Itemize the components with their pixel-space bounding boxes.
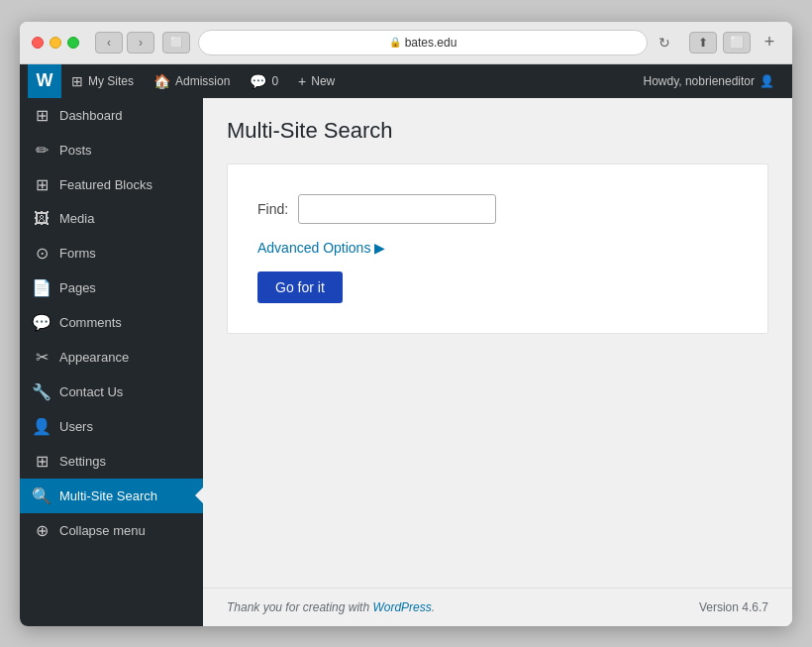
posts-icon: ✏ bbox=[32, 141, 51, 160]
pages-icon: 📄 bbox=[32, 278, 51, 297]
footer-period: . bbox=[432, 600, 435, 614]
page-title: Multi-Site Search bbox=[227, 118, 768, 144]
lock-icon: 🔒 bbox=[389, 37, 401, 48]
contact-icon: 🔧 bbox=[32, 382, 51, 401]
admin-bar-admission-label: Admission bbox=[175, 74, 230, 88]
share-button[interactable]: ⬆ bbox=[689, 32, 717, 54]
address-bar[interactable]: 🔒 bates.edu bbox=[198, 30, 648, 55]
sidebar-item-posts[interactable]: ✏ Posts bbox=[20, 133, 203, 167]
sidebar-item-featured-blocks[interactable]: ⊞ Featured Blocks bbox=[20, 167, 203, 202]
admin-bar-admission[interactable]: 🏠 Admission bbox=[144, 64, 240, 98]
forward-button[interactable]: › bbox=[127, 32, 154, 54]
wp-admin-bar: W ⊞ My Sites 🏠 Admission 💬 0 + New Howdy… bbox=[20, 64, 792, 98]
wp-logo-icon: W bbox=[37, 70, 53, 91]
admin-bar-my-sites[interactable]: ⊞ My Sites bbox=[61, 64, 144, 98]
sidebar-item-media[interactable]: 🖼 Media bbox=[20, 202, 203, 236]
sidebar-item-multi-site-search[interactable]: 🔍 Multi-Site Search bbox=[20, 479, 203, 513]
wp-logo-item[interactable]: W bbox=[28, 64, 61, 98]
browser-titlebar: ‹ › ⬜ 🔒 bates.edu ↻ ⬆ ⬜ + bbox=[20, 22, 792, 63]
admin-bar-comments-count: 0 bbox=[271, 74, 278, 88]
sidebar-label-forms: Forms bbox=[59, 246, 96, 261]
sidebar-item-settings[interactable]: ⊞ Settings bbox=[20, 444, 203, 479]
minimize-button[interactable] bbox=[50, 37, 61, 49]
sidebar-item-contact-us[interactable]: 🔧 Contact Us bbox=[20, 375, 203, 409]
sidebar-label-multi-site-search: Multi-Site Search bbox=[59, 488, 157, 503]
footer-thank-you-text: Thank you for creating with bbox=[227, 600, 369, 614]
new-tab-button[interactable]: + bbox=[759, 32, 780, 54]
sidebar-item-appearance[interactable]: ✂ Appearance bbox=[20, 340, 203, 375]
comments-icon: 💬 bbox=[32, 313, 51, 332]
collapse-icon: ⊕ bbox=[32, 521, 51, 540]
nav-buttons: ‹ › bbox=[95, 32, 154, 54]
sidebar-label-users: Users bbox=[59, 419, 93, 434]
appearance-icon: ✂ bbox=[32, 348, 51, 367]
advanced-options-arrow-icon: ▶ bbox=[374, 240, 385, 256]
wp-content: ⊞ Dashboard ✏ Posts ⊞ Featured Blocks 🖼 … bbox=[20, 98, 792, 626]
back-button[interactable]: ‹ bbox=[95, 32, 123, 54]
sidebar-item-pages[interactable]: 📄 Pages bbox=[20, 270, 203, 305]
browser-chrome: ‹ › ⬜ 🔒 bates.edu ↻ ⬆ ⬜ + bbox=[20, 22, 792, 64]
sidebar-item-comments[interactable]: 💬 Comments bbox=[20, 305, 203, 340]
users-icon: 👤 bbox=[32, 417, 51, 436]
find-input[interactable] bbox=[298, 194, 496, 224]
admin-bar-comments[interactable]: 💬 0 bbox=[240, 64, 288, 98]
sidebar-label-pages: Pages bbox=[59, 280, 96, 295]
settings-icon: ⊞ bbox=[32, 452, 51, 471]
sidebar-label-appearance: Appearance bbox=[59, 350, 129, 365]
find-label: Find: bbox=[257, 201, 288, 217]
admin-bar-new-label: New bbox=[311, 74, 335, 88]
admin-bar-my-sites-label: My Sites bbox=[88, 74, 134, 88]
browser-window: ‹ › ⬜ 🔒 bates.edu ↻ ⬆ ⬜ + W ⊞ My S bbox=[20, 22, 792, 626]
url-text: bates.edu bbox=[405, 36, 457, 50]
close-button[interactable] bbox=[32, 37, 44, 49]
home-icon: 🏠 bbox=[153, 73, 170, 89]
wp-main: Multi-Site Search Find: Advanced Options… bbox=[203, 98, 792, 626]
find-row: Find: bbox=[257, 194, 738, 224]
wp-sidebar: ⊞ Dashboard ✏ Posts ⊞ Featured Blocks 🖼 … bbox=[20, 98, 203, 626]
footer-version: Version 4.6.7 bbox=[699, 600, 768, 614]
sidebar-label-settings: Settings bbox=[59, 454, 106, 469]
user-label: Howdy, nobrieneditor bbox=[643, 74, 755, 88]
browser-actions: ⬆ ⬜ bbox=[689, 32, 751, 54]
admin-bar-user[interactable]: Howdy, nobrieneditor 👤 bbox=[633, 74, 784, 88]
sidebar-label-collapse: Collapse menu bbox=[59, 523, 146, 538]
sidebar-label-comments: Comments bbox=[59, 315, 122, 330]
plus-icon: + bbox=[298, 73, 306, 89]
admin-bar-new[interactable]: + New bbox=[288, 64, 345, 98]
sidebar-item-dashboard[interactable]: ⊞ Dashboard bbox=[20, 98, 203, 133]
reload-button[interactable]: ↻ bbox=[654, 32, 675, 54]
footer-wordpress-link[interactable]: WordPress bbox=[372, 600, 431, 614]
traffic-lights bbox=[32, 37, 79, 49]
wp-main-inner: Multi-Site Search Find: Advanced Options… bbox=[203, 98, 792, 588]
advanced-options-label: Advanced Options bbox=[257, 240, 370, 256]
dashboard-icon: ⊞ bbox=[32, 106, 51, 125]
user-avatar-icon: 👤 bbox=[760, 74, 774, 88]
my-sites-icon: ⊞ bbox=[71, 73, 83, 89]
media-icon: 🖼 bbox=[32, 210, 51, 228]
sidebar-label-contact-us: Contact Us bbox=[59, 384, 123, 399]
sidebar-label-posts: Posts bbox=[59, 143, 92, 158]
wp-footer: Thank you for creating with WordPress. V… bbox=[203, 588, 792, 626]
comment-icon: 💬 bbox=[250, 73, 266, 89]
sidebar-label-media: Media bbox=[59, 211, 94, 226]
featured-blocks-icon: ⊞ bbox=[32, 175, 51, 194]
sidebar-label-dashboard: Dashboard bbox=[59, 108, 123, 123]
advanced-options-link[interactable]: Advanced Options ▶ bbox=[257, 240, 738, 256]
footer-thank-you: Thank you for creating with WordPress. bbox=[227, 600, 435, 614]
sidebar-label-featured-blocks: Featured Blocks bbox=[59, 177, 152, 192]
sidebar-item-collapse[interactable]: ⊕ Collapse menu bbox=[20, 513, 203, 548]
sidebar-item-forms[interactable]: ⊙ Forms bbox=[20, 236, 203, 270]
search-icon: 🔍 bbox=[32, 486, 51, 505]
search-form: Find: Advanced Options ▶ Go for it bbox=[227, 163, 768, 334]
forms-icon: ⊙ bbox=[32, 244, 51, 263]
go-button[interactable]: Go for it bbox=[257, 271, 343, 303]
sidebar-item-users[interactable]: 👤 Users bbox=[20, 409, 203, 444]
maximize-button[interactable] bbox=[67, 37, 79, 49]
view-button[interactable]: ⬜ bbox=[162, 32, 190, 54]
tabs-button[interactable]: ⬜ bbox=[723, 32, 751, 54]
